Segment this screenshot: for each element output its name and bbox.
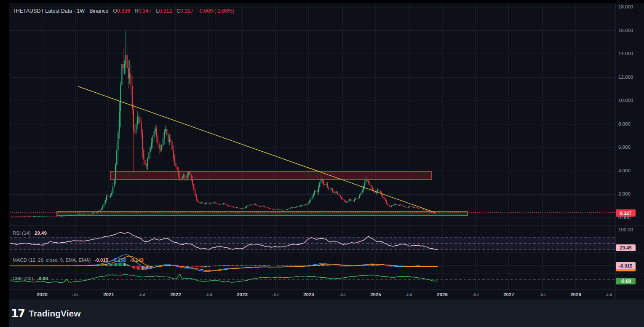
- tradingview-logo-icon: 17: [11, 307, 24, 320]
- chart-canvas[interactable]: [0, 0, 644, 327]
- tradingview-logo[interactable]: 17 TradingView: [11, 307, 81, 320]
- candles-layer: [6, 31, 436, 217]
- macd-signal-line: [6, 256, 438, 271]
- resistance-zone-box: [110, 172, 432, 180]
- footer-bar: 17 TradingView: [9, 300, 644, 327]
- tradingview-chart-window: THETAUSDT Latest Data · 1W · Binance O0.…: [0, 0, 644, 327]
- tradingview-logo-text: TradingView: [29, 308, 80, 319]
- descending-trendline: [78, 86, 435, 212]
- panes-layer: [6, 3, 616, 289]
- cmf-line: [6, 274, 438, 282]
- support-zone-box: [57, 212, 468, 215]
- macd-line: [6, 255, 438, 271]
